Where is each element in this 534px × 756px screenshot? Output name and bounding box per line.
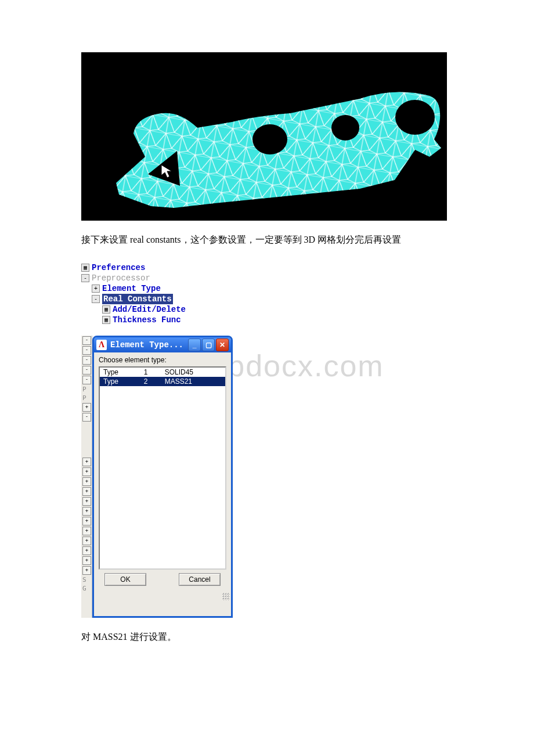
strip-label: P	[82, 386, 91, 393]
strip-button[interactable]: +	[82, 527, 91, 535]
dialog-title: Element Type...	[110, 340, 187, 350]
tree-label: Element Type	[102, 283, 161, 294]
dialog-choose-label: Choose element type:	[99, 356, 226, 364]
tree-label: Add/Edit/Delete	[113, 304, 186, 315]
svg-point-0	[252, 124, 287, 154]
strip-button[interactable]: +	[82, 507, 91, 516]
dialog-statusbar	[94, 592, 231, 601]
tree-item-real-constants[interactable]: - Real Constants	[81, 294, 255, 304]
paragraph-1: 接下来设置 real constants，这个参数设置，一定要等到 3D 网格划…	[81, 232, 453, 247]
maximize-button[interactable]: ▢	[202, 339, 215, 351]
tree-item-thickness-func[interactable]: ▦ Thickness Func	[81, 315, 255, 325]
strip-button[interactable]: -	[82, 336, 91, 345]
strip-button[interactable]: +	[82, 487, 91, 496]
resize-grip-icon[interactable]	[222, 592, 230, 600]
element-type-listbox[interactable]: Type 1 SOLID45 Type 2 MASS21	[99, 366, 226, 570]
tree-item-preferences[interactable]: ▦ Preferences	[81, 262, 255, 273]
strip-label: G	[82, 585, 91, 592]
tree-label: Preprocessor	[92, 273, 150, 283]
strip-button[interactable]: +	[82, 556, 91, 565]
left-toolbar-strip: - - - - - P P + - + + + + + + + + + + +	[81, 336, 92, 618]
tree-item-preprocessor[interactable]: - Preprocessor	[81, 273, 255, 283]
strip-button[interactable]: -	[82, 366, 91, 375]
list-item-selected[interactable]: Type 2 MASS21	[100, 377, 225, 386]
dialog-icon: ▦	[102, 305, 110, 314]
tree-label: Thickness Func	[113, 315, 181, 325]
mesh-preview	[81, 52, 447, 221]
strip-button[interactable]: +	[82, 458, 91, 466]
tree-item-element-type[interactable]: + Element Type	[81, 283, 255, 294]
minimize-button[interactable]: _	[188, 339, 201, 351]
svg-point-2	[395, 100, 435, 135]
strip-label: S	[82, 576, 91, 584]
strip-button[interactable]: +	[82, 497, 91, 506]
element-type-dialog: Λ Element Type... _ ▢ ✕ Choose element t…	[92, 336, 233, 618]
collapse-icon[interactable]: -	[81, 274, 89, 282]
strip-button[interactable]: +	[82, 403, 91, 412]
dialog-titlebar[interactable]: Λ Element Type... _ ▢ ✕	[94, 337, 231, 352]
strip-button[interactable]: -	[82, 346, 91, 355]
collapse-icon[interactable]: -	[92, 295, 100, 303]
minimize-icon: _	[193, 341, 197, 348]
tree-label-selected: Real Constants	[102, 294, 173, 304]
strip-button[interactable]: +	[82, 537, 91, 545]
strip-button[interactable]: +	[82, 477, 91, 486]
strip-button[interactable]: +	[82, 546, 91, 555]
tree-item-add-edit-delete[interactable]: ▦ Add/Edit/Delete	[81, 304, 255, 315]
list-item[interactable]: Type 1 SOLID45	[100, 368, 225, 377]
dialog-icon: ▦	[102, 316, 110, 324]
svg-point-1	[331, 115, 359, 141]
cancel-button[interactable]: Cancel	[179, 573, 221, 586]
nav-tree: ▦ Preferences - Preprocessor + Element T…	[81, 260, 255, 330]
close-button[interactable]: ✕	[216, 339, 229, 351]
ansys-logo-icon: Λ	[96, 340, 107, 350]
ok-button[interactable]: OK	[104, 573, 146, 586]
tree-label: Preferences	[92, 262, 145, 273]
strip-button[interactable]: +	[82, 517, 91, 525]
strip-button[interactable]: -	[82, 376, 91, 384]
strip-label: P	[82, 394, 91, 402]
expand-icon[interactable]: +	[92, 285, 100, 293]
paragraph-2: 对 MASS21 进行设置。	[81, 629, 453, 645]
strip-button[interactable]: +	[82, 566, 91, 575]
close-icon: ✕	[219, 341, 225, 348]
strip-button[interactable]: +	[82, 467, 91, 476]
strip-button[interactable]: -	[82, 356, 91, 365]
strip-button[interactable]: -	[82, 413, 91, 422]
maximize-icon: ▢	[205, 341, 212, 348]
dialog-icon: ▦	[81, 264, 89, 272]
